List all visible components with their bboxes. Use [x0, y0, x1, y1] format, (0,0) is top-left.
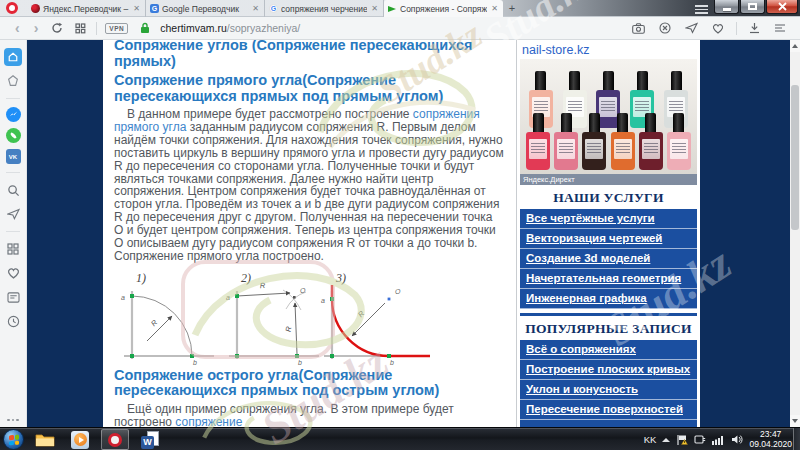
ad-link-nail-store[interactable]: nail-store.kz: [520, 42, 697, 59]
action-center-flag-icon[interactable]: [676, 434, 688, 446]
menu-item-plane-curves[interactable]: Построение плоских кривых: [520, 360, 697, 380]
start-button[interactable]: [3, 429, 24, 450]
menu-item-engineering-graphics[interactable]: Инженерная графика: [520, 289, 697, 309]
menu-item-drafting-services[interactable]: Все чертёжные услуги: [520, 209, 697, 229]
sidebar-setup-icon[interactable]: [768, 23, 792, 33]
scroll-up-icon[interactable]: [790, 40, 800, 52]
messenger-icon[interactable]: [6, 107, 21, 122]
taskbar-opera-button-active[interactable]: [101, 429, 129, 450]
my-flow-send-icon[interactable]: [679, 22, 704, 34]
nail-polish-bottle: [666, 113, 691, 170]
paragraph-right-angle: В данном примере будет рассмотрено постр…: [114, 108, 505, 263]
para-text: заданным радиусом сопряжения R. Первым д…: [114, 120, 504, 263]
system-tray: KK 23:47 09.04.2020: [644, 428, 792, 450]
clock-time: 23:47: [760, 429, 781, 439]
figure-3-label: 3): [335, 271, 346, 285]
menu-item-all-about-conjugations[interactable]: Всё о сопряжениях: [520, 340, 697, 360]
ad-image-nail-polish[interactable]: Яндекс.Директ: [520, 59, 697, 185]
tab-close-icon[interactable]: ✕: [251, 4, 260, 13]
menu-item-surface-intersection[interactable]: Пересечение поверхностей: [520, 400, 697, 420]
google-favicon-icon: G: [269, 4, 278, 13]
menu-item-3d-models[interactable]: Создание 3d моделей: [520, 249, 697, 269]
services-title: НАШИ УСЛУГИ: [520, 185, 697, 209]
services-menu: Все чертёжные услуги Векторизация чертеж…: [520, 209, 697, 309]
sidebar-divider: [6, 98, 20, 99]
crypto-wallet-icon[interactable]: [4, 72, 22, 90]
bookmark-heart-icon[interactable]: [706, 23, 730, 34]
right-sidebar: nail-store.kz Яндекс.Директ НАШИ УСЛУГИ …: [516, 40, 700, 427]
radius-label: R: [356, 308, 367, 319]
tab-menu-icon[interactable]: [695, 3, 708, 16]
volume-speaker-icon[interactable]: [731, 434, 743, 445]
blocked-content-icon[interactable]: [653, 22, 677, 34]
scroll-down-icon[interactable]: [790, 415, 800, 427]
window-minimize-button[interactable]: [714, 0, 739, 14]
scrollbar-thumb[interactable]: [791, 85, 799, 230]
tab-title: Сопряжения - Сопряжени: [400, 4, 487, 14]
new-tab-button[interactable]: +: [503, 0, 521, 17]
yandex-direct-caption: Яндекс.Директ: [520, 174, 697, 185]
tab-google-translate[interactable]: G Google Переводчик ✕: [146, 0, 265, 17]
tab-title: Google Переводчик: [162, 4, 248, 14]
sidebar-more-icon[interactable]: [7, 419, 19, 422]
search-icon[interactable]: [4, 181, 22, 199]
point-a-label: a: [226, 294, 230, 301]
point-b-label: b: [298, 358, 302, 365]
media-player-icon: [71, 431, 89, 449]
site-favicon-icon: [388, 4, 397, 13]
tab-sopryazheniya-active[interactable]: Сопряжения - Сопряжени ✕: [384, 0, 503, 17]
taskbar-media-player-button[interactable]: [66, 429, 94, 450]
link-conjugation[interactable]: сопряжение: [175, 415, 242, 427]
network-signal-icon[interactable]: [712, 434, 725, 445]
taskbar-clock[interactable]: 23:47 09.04.2020: [749, 430, 792, 450]
nail-polish-bottle: [638, 113, 663, 170]
popular-title: ПОПУЛЯРНЫЕ ЗАПИСИ: [520, 316, 697, 340]
reload-button-icon[interactable]: [45, 22, 69, 34]
window-close-button[interactable]: [766, 0, 798, 14]
back-button-icon[interactable]: ‹: [8, 18, 27, 38]
tab-close-icon[interactable]: ✕: [370, 4, 379, 13]
speed-dial-home-icon[interactable]: [4, 48, 22, 66]
language-indicator[interactable]: KK: [644, 434, 657, 445]
tabs-grid-icon[interactable]: [4, 240, 22, 258]
hidden-icons-arrow-icon[interactable]: [662, 438, 670, 442]
url-text[interactable]: chertimvam.ru/sopryazheniya/: [160, 22, 626, 34]
whatsapp-icon[interactable]: [6, 128, 21, 143]
secure-lock-icon[interactable]: [134, 22, 156, 34]
show-desktop-button[interactable]: [793, 428, 800, 450]
menu-item-descriptive-geometry[interactable]: Начертательная геометрия: [520, 269, 697, 289]
forward-button-icon[interactable]: ›: [27, 18, 46, 38]
figure-2-label: 2): [241, 271, 251, 285]
menu-item-vectorization[interactable]: Векторизация чертежей: [520, 229, 697, 249]
speed-dial-grid-icon[interactable]: [69, 23, 92, 34]
page-viewport: Сопряжение углов (Сопряжение пересекающи…: [27, 40, 800, 427]
download-icon[interactable]: [743, 22, 766, 34]
window-maximize-button[interactable]: [740, 0, 765, 14]
tab-close-icon[interactable]: ✕: [490, 4, 499, 13]
safely-remove-hardware-icon[interactable]: [694, 434, 706, 445]
tab-google-search[interactable]: G сопряжения черчение - П ✕: [265, 0, 384, 17]
bookmarks-heart-icon[interactable]: [4, 264, 22, 282]
tab-yandex-translate[interactable]: Яндекс.Переводчик – сло ✕: [27, 0, 146, 17]
tab-title: сопряжения черчение - П: [281, 4, 367, 14]
address-divider: [736, 22, 737, 35]
opera-menu-logo-icon[interactable]: [6, 2, 18, 14]
personal-news-icon[interactable]: [4, 288, 22, 306]
taskbar-word-button[interactable]: W: [136, 429, 164, 450]
vk-icon[interactable]: VK: [6, 149, 21, 164]
point-b-label: b: [193, 358, 197, 365]
my-flow-icon[interactable]: [4, 205, 22, 223]
taskbar-explorer-button[interactable]: [31, 429, 59, 450]
history-clock-icon[interactable]: [4, 312, 22, 330]
vpn-badge[interactable]: VPN: [105, 23, 128, 34]
tab-close-icon[interactable]: ✕: [132, 4, 141, 13]
page-scrollbar[interactable]: [790, 40, 800, 427]
paragraph-acute-angle: Ещё один пример сопряжения угла. В этом …: [114, 403, 505, 427]
popular-menu: Всё о сопряжениях Построение плоских кри…: [520, 340, 697, 420]
nail-polish-bottle: [610, 113, 635, 170]
browser-address-bar: ‹ › VPN chertimvam.ru/sopryazheniya/: [0, 17, 800, 40]
menu-item-slope-taper[interactable]: Уклон и конусность: [520, 380, 697, 400]
sidebar-divider: [6, 172, 20, 173]
radius-label: R: [260, 281, 267, 290]
snapshot-camera-icon[interactable]: [626, 23, 651, 34]
